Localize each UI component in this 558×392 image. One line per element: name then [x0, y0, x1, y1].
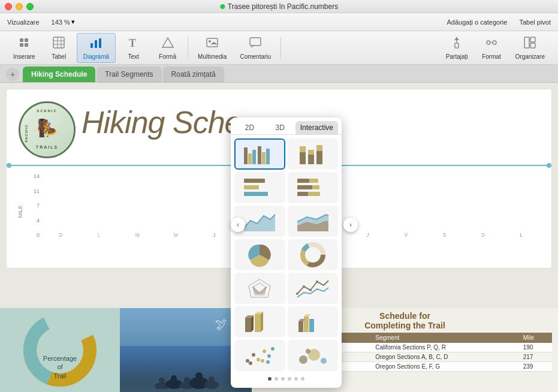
chart-tab-3d[interactable]: 3D — [265, 121, 295, 134]
chart-option-bar-3d2[interactable] — [288, 306, 339, 337]
toolbar-inserare-label: Inserare — [13, 53, 35, 60]
chart-option-bar-horizontal-stacked[interactable] — [288, 172, 339, 203]
chart-tab-interactive[interactable]: Interactive — [295, 121, 338, 134]
svg-rect-0 — [20, 38, 23, 42]
tab-trail-segments[interactable]: Trail Segments — [96, 67, 161, 82]
toolbar-comentariu[interactable]: Comentariu — [234, 34, 277, 62]
svg-marker-21 — [454, 37, 459, 40]
chart-prev-arrow[interactable]: ‹ — [231, 218, 245, 232]
svg-rect-84 — [309, 319, 314, 332]
page-dot-4[interactable] — [288, 377, 291, 381]
chart-option-bubble[interactable] — [288, 340, 339, 371]
svg-point-75 — [316, 281, 318, 283]
tab-hiking-schedule[interactable]: Hiking Schedule — [23, 67, 95, 82]
svg-rect-11 — [99, 38, 101, 48]
bar-group-m2: 12 M — [161, 230, 191, 238]
svg-marker-16 — [210, 42, 218, 44]
svg-rect-50 — [316, 151, 322, 164]
page-dot-3[interactable] — [281, 377, 285, 381]
toolbar-organizare[interactable]: Organizare — [509, 34, 551, 62]
page-dot-2[interactable] — [275, 377, 278, 381]
toolbar-inserare[interactable]: Inserare — [7, 34, 41, 62]
organizare-icon — [523, 36, 536, 52]
svg-point-91 — [267, 354, 271, 358]
close-button[interactable] — [5, 3, 12, 10]
logo-text-trails: TRAILS — [36, 145, 58, 149]
toolbar-forma[interactable]: Formă — [151, 34, 184, 62]
svg-rect-26 — [530, 37, 535, 42]
toolbar-format[interactable]: Format — [475, 34, 508, 62]
page-dot-1[interactable] — [268, 377, 272, 381]
toolbar-tabel[interactable]: Tabel — [43, 34, 76, 62]
svg-rect-27 — [530, 43, 535, 48]
svg-point-23 — [493, 41, 496, 44]
bar-group-j2: 14 J — [353, 230, 383, 238]
page-dot-5[interactable] — [294, 377, 298, 381]
tabel-icon — [52, 36, 65, 52]
svg-rect-52 — [244, 179, 265, 183]
svg-rect-49 — [308, 150, 314, 155]
svg-rect-55 — [297, 179, 309, 183]
chart-next-arrow[interactable]: › — [343, 218, 358, 232]
chart-option-scatter[interactable] — [234, 340, 285, 371]
svg-rect-14 — [207, 38, 218, 47]
chart-option-bar-grouped[interactable] — [234, 138, 285, 170]
logo-circle: SCENIC PACIFIC 🥾 🧗 TRAILS — [19, 101, 76, 158]
svg-point-88 — [252, 353, 255, 357]
chart-selector-popup[interactable]: 2D 3D Interactive — [231, 117, 342, 388]
col-header-mile: Mile — [520, 333, 552, 343]
y-axis-label: MILE — [17, 205, 23, 218]
svg-rect-53 — [244, 185, 259, 189]
main-content: SCENIC PACIFIC 🥾 🧗 TRAILS Hiking Sche MI… — [0, 83, 558, 392]
maximize-button[interactable] — [26, 3, 34, 10]
svg-text:T: T — [129, 37, 136, 49]
title-dot — [220, 4, 225, 9]
bar-horizontal-icon — [242, 175, 278, 200]
chart-option-bar-horizontal[interactable] — [234, 172, 285, 203]
toolbar-diagrama[interactable]: Diagrámă — [77, 33, 116, 63]
minimize-button[interactable] — [16, 3, 23, 10]
svg-point-36 — [171, 375, 177, 381]
zoom-value: 143 % — [52, 19, 70, 26]
chart-option-pie[interactable] — [234, 239, 285, 270]
chart-tab-2d[interactable]: 2D — [234, 121, 265, 134]
chart-option-bar-3d[interactable] — [234, 306, 285, 337]
toolbar-partajati[interactable]: Partajați — [440, 34, 474, 62]
pagination-dots — [231, 375, 342, 383]
svg-rect-41 — [248, 153, 252, 164]
svg-point-90 — [263, 349, 266, 353]
svg-rect-43 — [258, 146, 261, 164]
chart-option-line[interactable] — [288, 273, 339, 304]
forma-icon — [161, 36, 174, 52]
logo-number: 🧗 — [38, 121, 56, 138]
chart-option-radar[interactable] — [234, 273, 285, 304]
chart-option-area-stacked[interactable] — [288, 206, 339, 237]
svg-rect-59 — [297, 192, 308, 196]
chart-option-bar-stacked[interactable] — [288, 138, 339, 170]
bar-group-v2: 14 V — [391, 230, 421, 238]
tab-roata-zimtata[interactable]: Roată zimțată — [163, 67, 224, 82]
svg-rect-51 — [316, 145, 322, 151]
chart-option-donut[interactable] — [288, 239, 339, 270]
page-dot-6[interactable] — [301, 377, 304, 381]
add-tab-button[interactable]: + — [6, 68, 19, 81]
toolbar-organizare-label: Organizare — [515, 53, 545, 60]
pivot-table-button[interactable]: Tabel pivot — [519, 19, 551, 26]
pie-chart-icon — [242, 242, 278, 267]
view-button[interactable]: Vizualizare — [7, 19, 40, 26]
zoom-group[interactable]: 143 % ▾ — [52, 18, 75, 26]
svg-point-72 — [296, 293, 298, 295]
svg-rect-44 — [262, 152, 266, 164]
people-svg — [150, 365, 222, 389]
toolbar-text[interactable]: T Text — [117, 34, 150, 62]
svg-point-94 — [261, 359, 264, 363]
svg-point-35 — [159, 378, 165, 384]
timeline-dot-right — [547, 163, 551, 168]
radar-chart-icon — [242, 276, 278, 301]
toolbar-multimedia[interactable]: Multimedia — [192, 34, 233, 62]
area-chart-icon — [242, 209, 278, 234]
add-category-button[interactable]: Adăugați o categorie — [447, 19, 507, 26]
svg-rect-19 — [455, 43, 459, 48]
bubble-chart-icon — [295, 343, 331, 368]
row-segment-1: California Sections P, Q, R — [372, 343, 520, 352]
